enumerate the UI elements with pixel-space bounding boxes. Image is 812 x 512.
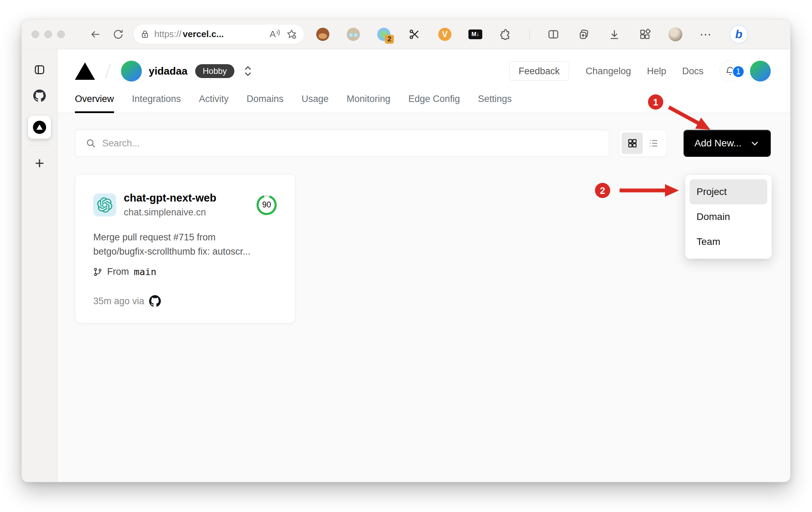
extensions-puzzle-icon[interactable]: [499, 27, 513, 41]
score-ring: 90: [256, 195, 277, 215]
plus-icon: +: [35, 155, 44, 171]
granny-extension-icon[interactable]: [346, 27, 360, 41]
project-domain[interactable]: chat.simplenaive.cn: [124, 207, 216, 218]
add-new-button[interactable]: Add New...: [683, 130, 771, 157]
score-value: 90: [256, 195, 277, 215]
github-icon: [33, 89, 46, 102]
list-view-button[interactable]: [643, 133, 664, 154]
vercel-favicon: [33, 121, 46, 134]
browser-window: https:// vercel.c... A 2 V M↓: [21, 19, 791, 482]
tab-edge-config[interactable]: Edge Config: [408, 94, 460, 113]
tab-domains[interactable]: Domains: [247, 94, 284, 113]
toolbar-divider: [529, 28, 530, 40]
tampermonkey-extension-icon[interactable]: [316, 27, 330, 41]
user-avatar[interactable]: [750, 61, 771, 82]
url-scheme: https://: [154, 29, 181, 40]
ellipsis-icon: ⋯: [700, 27, 712, 41]
docs-link[interactable]: Docs: [682, 66, 703, 77]
browser-toolbar: https:// vercel.c... A 2 V M↓: [22, 19, 790, 49]
plan-badge: Hobby: [195, 64, 234, 78]
sidebar-divider: [28, 145, 51, 145]
close-window-button[interactable]: [32, 31, 39, 38]
breadcrumb-slash: [105, 63, 111, 79]
overview-content: Add New... chat-gpt-next-web ch: [58, 113, 790, 482]
add-new-label: Add New...: [694, 138, 741, 149]
notification-count-badge: 1: [732, 65, 745, 78]
profile-avatar[interactable]: [668, 27, 682, 41]
lock-icon: [140, 30, 149, 39]
team-avatar: [121, 61, 142, 82]
proxy-badge: 2: [385, 35, 394, 44]
tab-settings[interactable]: Settings: [478, 94, 512, 113]
tab-overview[interactable]: Overview: [75, 94, 114, 113]
github-icon: [149, 295, 161, 307]
project-logo: [93, 194, 116, 216]
sidebar-toggle-button[interactable]: [34, 64, 45, 76]
search-box[interactable]: [75, 130, 609, 157]
tab-activity[interactable]: Activity: [199, 94, 229, 113]
deploy-meta: 35m ago via: [93, 296, 144, 307]
minimize-window-button[interactable]: [44, 31, 52, 38]
view-toggle: [619, 130, 667, 157]
git-branch-icon: [93, 267, 102, 276]
read-aloud-icon: A: [270, 29, 276, 40]
edge-sidebar: +: [22, 49, 58, 482]
settings-menu-button[interactable]: ⋯: [699, 27, 713, 41]
tab-integrations[interactable]: Integrations: [132, 94, 181, 113]
new-tab-button[interactable]: +: [35, 155, 44, 171]
scissors-extension-icon[interactable]: [407, 27, 421, 41]
proxy-extension-icon[interactable]: 2: [377, 27, 391, 41]
refresh-button[interactable]: [111, 27, 126, 42]
v-extension-icon[interactable]: V: [438, 27, 452, 41]
bing-chat-button[interactable]: b: [729, 25, 748, 44]
zoom-window-button[interactable]: [57, 31, 65, 38]
vercel-logo[interactable]: [75, 62, 95, 80]
feedback-button[interactable]: Feedback: [509, 61, 569, 81]
markdown-extension-icon[interactable]: M↓: [468, 27, 482, 41]
openai-icon: [97, 197, 112, 213]
search-input[interactable]: [102, 138, 603, 149]
refresh-icon: [112, 28, 124, 40]
extensions-row: 2 V M↓: [316, 25, 748, 44]
split-screen-button[interactable]: [546, 27, 560, 41]
grid-view-icon: [627, 138, 638, 149]
address-bar[interactable]: https:// vercel.c... A: [133, 25, 304, 44]
project-card[interactable]: chat-gpt-next-web chat.simplenaive.cn 90: [75, 174, 295, 323]
branch-row: From main: [93, 266, 277, 277]
sidebar-panel-icon: [34, 64, 45, 76]
favorite-star-icon[interactable]: [286, 29, 297, 40]
sidebar-tab-github[interactable]: [33, 89, 46, 102]
changelog-link[interactable]: Changelog: [586, 66, 631, 77]
vercel-tabs: Overview Integrations Activity Domains U…: [75, 94, 771, 113]
notifications-button[interactable]: 1: [719, 60, 741, 82]
add-new-dropdown: Project Domain Team: [685, 175, 772, 259]
branch-prefix: From: [107, 266, 129, 277]
collections-button[interactable]: [577, 27, 591, 41]
list-view-icon: [648, 138, 659, 149]
read-aloud-waves-icon: [276, 29, 281, 36]
dropdown-item-project[interactable]: Project: [690, 179, 767, 204]
downloads-button[interactable]: [607, 27, 621, 41]
vercel-header: yidadaa Hobby Feedback Changelog Help Do…: [58, 49, 790, 113]
tab-usage[interactable]: Usage: [302, 94, 329, 113]
team-switcher-chevrons-icon[interactable]: [243, 65, 252, 77]
search-icon: [86, 138, 96, 148]
dropdown-item-team[interactable]: Team: [690, 229, 767, 254]
back-arrow-icon: [89, 28, 101, 40]
vercel-page: yidadaa Hobby Feedback Changelog Help Do…: [58, 49, 790, 482]
grid-view-button[interactable]: [622, 133, 643, 154]
tab-monitoring[interactable]: Monitoring: [347, 94, 390, 113]
sidebar-tab-vercel-active[interactable]: [28, 116, 51, 139]
url-host: vercel.c...: [183, 29, 224, 40]
read-aloud-button[interactable]: A: [270, 29, 281, 40]
branch-name: main: [134, 266, 156, 277]
dropdown-item-domain[interactable]: Domain: [690, 204, 767, 229]
chevron-down-icon: [750, 138, 760, 148]
apps-button[interactable]: [638, 27, 652, 41]
help-link[interactable]: Help: [647, 66, 666, 77]
browser-body: + yidadaa Hobby Feedback Changelog: [22, 49, 790, 482]
project-name[interactable]: chat-gpt-next-web: [124, 192, 216, 204]
desktop: https:// vercel.c... A 2 V M↓: [0, 0, 812, 512]
back-button[interactable]: [88, 27, 103, 42]
team-name: yidadaa: [149, 65, 188, 77]
